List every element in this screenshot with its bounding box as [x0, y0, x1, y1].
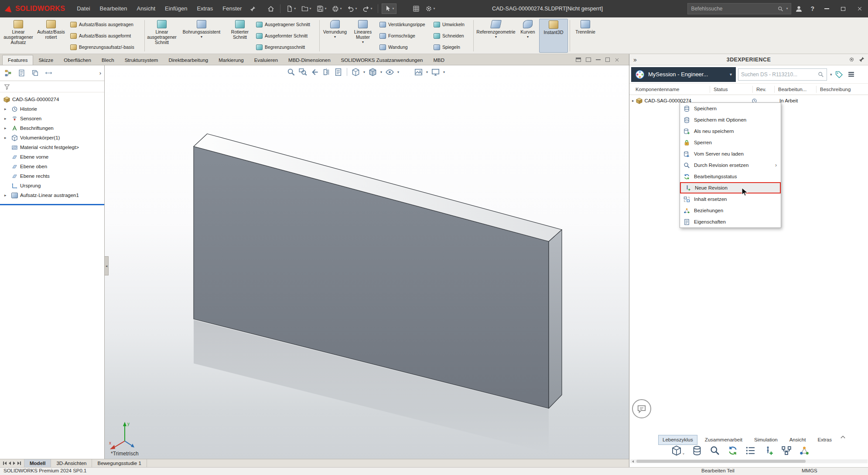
tab-markierung[interactable]: Markierung — [213, 55, 249, 65]
first-tab-icon[interactable] — [3, 461, 7, 465]
help-button[interactable]: ? — [806, 5, 818, 12]
expand-arrow-icon[interactable]: ▸ — [4, 136, 7, 140]
command-search-input[interactable] — [691, 6, 775, 12]
float-pane-icon[interactable] — [586, 58, 591, 62]
dropdown-icon[interactable]: ▾ — [426, 70, 428, 74]
menu-fenster[interactable]: Fenster — [218, 0, 246, 17]
collapse-toolbar-icon[interactable] — [840, 434, 846, 441]
tab-lebenszyklus[interactable]: Lebenszyklus — [658, 435, 697, 445]
expand-arrow-icon[interactable]: ▸ — [4, 116, 7, 121]
mirror-button[interactable]: Spiegeln — [434, 42, 469, 52]
menu-extras[interactable]: Extras — [192, 0, 218, 17]
options-button[interactable]: ▾ — [423, 4, 437, 14]
menu-item-speichern-mit-optionen[interactable]: Speichern mit Optionen — [680, 114, 781, 126]
revision-button[interactable] — [763, 445, 774, 456]
dropdown-icon[interactable]: ▾ — [363, 70, 365, 74]
rib-button[interactable]: Verstärkungsrippe — [379, 19, 429, 30]
graphics-viewport[interactable]: ▾ ▾ ▾ ▾ ▾ ◂ y x *Trimetrisch — [105, 65, 629, 459]
row-expand-arrow-icon[interactable]: ▸ — [629, 98, 636, 103]
fillet-button[interactable]: Verrundung ▾ — [321, 19, 349, 53]
tab-struktursystem[interactable]: Struktursystem — [120, 55, 164, 65]
tree-item-ebene-oben[interactable]: Ebene oben — [0, 162, 104, 171]
scrollbar-thumb[interactable] — [636, 460, 806, 463]
tree-item-aufsatz-linear-austragen[interactable]: ▸ Aufsatz-Linear austragen1 — [0, 190, 104, 200]
tab-blech[interactable]: Blech — [96, 55, 120, 65]
sketch-grid-button[interactable] — [410, 4, 422, 14]
appearance-tool-button[interactable] — [398, 4, 409, 14]
close-button[interactable] — [851, 0, 868, 17]
menu-item-eigenschaften[interactable]: Eigenschaften — [680, 216, 781, 227]
revolved-cut-button[interactable]: Rotierter Schnitt — [226, 19, 254, 53]
new-document-button[interactable]: ▾ — [284, 4, 298, 14]
property-manager-tab-icon[interactable] — [18, 69, 25, 77]
tag-icon[interactable] — [835, 71, 843, 78]
expand-panel-icon[interactable]: » — [633, 56, 637, 63]
dropdown-icon[interactable]: ▾ — [362, 41, 364, 44]
menu-item-sperren[interactable]: Sperren — [680, 137, 781, 148]
tree-item-historie[interactable]: ▸ Historie — [0, 104, 104, 114]
wrap-button[interactable]: Umwickeln — [434, 19, 469, 30]
shell-button[interactable]: Wandung — [379, 42, 429, 52]
intersect-button[interactable]: Schneiden — [434, 31, 469, 41]
mysession-selector[interactable]: MySession - Engineer... ▾ — [631, 67, 736, 82]
expand-arrow-icon[interactable]: ▸ — [4, 193, 7, 197]
last-tab-icon[interactable] — [17, 461, 21, 465]
menu-item-speichern[interactable]: Speichern — [680, 103, 781, 114]
tab-extras[interactable]: Extras — [813, 435, 836, 445]
display-manager-tab-icon[interactable] — [58, 69, 66, 77]
boundary-boss-button[interactable]: Begrenzungsaufsatz/-basis — [70, 42, 140, 52]
dropdown-icon[interactable]: ▾ — [380, 70, 382, 74]
dropdown-icon[interactable]: ▾ — [334, 35, 336, 39]
tree-item-ebene-rechts[interactable]: Ebene rechts — [0, 171, 104, 181]
apply-scene-icon[interactable] — [414, 68, 423, 76]
column-rev[interactable]: Rev. — [752, 86, 774, 93]
linear-pattern-button[interactable]: Lineares Muster ▾ — [349, 19, 377, 53]
tab-solidworks-zusatzanwendungen[interactable]: SOLIDWORKS Zusatzanwendungen — [336, 55, 428, 65]
reference-geometry-button[interactable]: Referenzgeometrie ▾ — [475, 19, 516, 53]
curves-button[interactable]: Kurven ▾ — [516, 19, 539, 53]
filter-icon[interactable] — [4, 84, 10, 90]
menu-bearbeiten[interactable]: Bearbeiten — [95, 0, 132, 17]
revolved-boss-button[interactable]: Aufsatz/Basis rotiert — [34, 19, 68, 53]
user-account-button[interactable] — [791, 5, 806, 13]
tab-skizze[interactable]: Skizze — [33, 55, 58, 65]
dock-pane-icon[interactable] — [576, 58, 581, 62]
boundary-cut-button[interactable]: Begrenzungsschnitt — [256, 42, 315, 52]
menu-einfuegen[interactable]: Einfügen — [160, 0, 192, 17]
pin-menu-icon[interactable] — [250, 6, 256, 12]
undo-button[interactable]: ▾ — [345, 4, 359, 14]
select-tool-button[interactable]: ▾ — [382, 3, 396, 14]
home-button[interactable] — [265, 4, 277, 14]
collapse-ribbon-icon[interactable] — [596, 59, 601, 60]
tab-evaluieren[interactable]: Evaluieren — [249, 55, 283, 65]
column-bearbeitung[interactable]: Bearbeitun... — [774, 86, 816, 93]
tree-item-ursprung[interactable]: Ursprung — [0, 181, 104, 190]
tab-simulation[interactable]: Simulation — [750, 435, 782, 445]
tab-modell[interactable]: Modell — [24, 459, 51, 467]
search-dropdown-icon[interactable]: ▾ — [786, 7, 788, 10]
hole-wizard-button[interactable]: Bohrungsassistent ▾ — [177, 19, 226, 53]
menu-item-neue-revision[interactable]: Neue Revision — [680, 182, 781, 193]
tab-bewegungsstudie[interactable]: Bewegungsstudie 1 — [92, 459, 147, 467]
draft-button[interactable]: Formschräge — [379, 31, 429, 41]
panel-pin-icon[interactable] — [859, 57, 865, 62]
split-line-button[interactable]: Trennlinie — [572, 19, 599, 53]
tab-ansicht[interactable]: Ansicht — [785, 435, 810, 445]
menu-item-bearbeitungsstatus[interactable]: Bearbeitungsstatus — [680, 171, 781, 182]
menu-datei[interactable]: Datei — [72, 0, 95, 17]
edit-appearance-icon[interactable] — [403, 68, 411, 76]
collaboration-chat-button[interactable] — [632, 399, 651, 418]
restore-button[interactable] — [835, 0, 851, 17]
swept-boss-button[interactable]: Aufsatz/Basis ausgetragen — [70, 19, 140, 30]
zoom-to-fit-icon[interactable] — [287, 68, 295, 76]
extruded-cut-button[interactable]: Linear ausgetragener Schnitt — [147, 19, 177, 53]
close-pane-icon[interactable] — [615, 58, 619, 62]
tab-features[interactable]: Features — [2, 55, 33, 65]
expand-arrow-icon[interactable]: ▸ — [4, 126, 7, 130]
redo-button[interactable]: ▾ — [360, 4, 374, 14]
lofted-cut-button[interactable]: Ausgeformter Schnitt — [256, 31, 315, 41]
panel-splitter-handle[interactable]: ◂ — [105, 256, 109, 275]
column-beschreibung[interactable]: Beschreibung — [816, 86, 862, 93]
menu-ansicht[interactable]: Ansicht — [132, 0, 160, 17]
dropdown-icon[interactable]: ▾ — [201, 35, 202, 39]
